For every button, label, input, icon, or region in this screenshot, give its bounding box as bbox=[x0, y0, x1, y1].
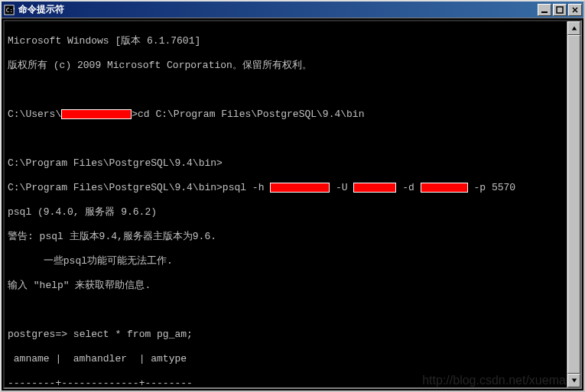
output-line: psql (9.4.0, 服务器 9.6.2) bbox=[8, 206, 564, 219]
cmd-icon: C:\ bbox=[3, 4, 15, 16]
vertical-scrollbar[interactable] bbox=[567, 21, 580, 387]
cmd-text: -d bbox=[396, 182, 420, 193]
table-sep: --------+-------------+-------- bbox=[8, 377, 564, 387]
redacted-db bbox=[421, 183, 468, 193]
redacted-user bbox=[353, 183, 396, 193]
output-line: 输入 "help" 来获取帮助信息. bbox=[8, 280, 564, 292]
svg-marker-7 bbox=[571, 379, 576, 383]
maximize-button[interactable] bbox=[553, 4, 567, 16]
window-controls bbox=[538, 4, 582, 16]
scrollbar-track[interactable] bbox=[567, 35, 580, 374]
output-line bbox=[8, 84, 564, 96]
output-line bbox=[8, 304, 564, 316]
scroll-down-button[interactable] bbox=[567, 374, 580, 387]
cmd-text: C:\Program Files\PostgreSQL\9.4\bin>psql… bbox=[8, 182, 270, 193]
prompt-text: C:\Users\ bbox=[8, 109, 61, 120]
svg-rect-3 bbox=[557, 7, 563, 13]
output-line bbox=[8, 133, 564, 145]
output-line: Microsoft Windows [版本 6.1.7601] bbox=[8, 35, 564, 47]
redacted-username bbox=[61, 109, 132, 119]
output-line: 版权所有 (c) 2009 Microsoft Corporation。保留所有… bbox=[8, 60, 564, 72]
cmd-text: -U bbox=[330, 182, 353, 193]
scroll-up-button[interactable] bbox=[567, 21, 580, 35]
table-header: amname | amhandler | amtype bbox=[8, 353, 564, 365]
command-prompt-window: C:\ 命令提示符 Microsoft Windows [版本 6.1.7601… bbox=[0, 0, 585, 392]
output-line: C:\Program Files\PostgreSQL\9.4\bin>psql… bbox=[8, 182, 564, 194]
terminal-output[interactable]: Microsoft Windows [版本 6.1.7601] 版权所有 (c)… bbox=[5, 21, 567, 387]
cmd-text: -p 5570 bbox=[468, 182, 515, 193]
output-line: C:\Users\>cd C:\Program Files\PostgreSQL… bbox=[8, 109, 564, 121]
close-button[interactable] bbox=[568, 4, 582, 16]
output-line: postgres=> select * from pg_am; bbox=[8, 329, 564, 341]
minimize-button[interactable] bbox=[538, 4, 551, 16]
output-line: C:\Program Files\PostgreSQL\9.4\bin> bbox=[8, 157, 564, 170]
titlebar[interactable]: C:\ 命令提示符 bbox=[2, 2, 583, 18]
redacted-host bbox=[270, 183, 330, 193]
scrollbar-thumb[interactable] bbox=[567, 35, 580, 374]
cmd-text: >cd C:\Program Files\PostgreSQL\9.4\bin bbox=[132, 109, 364, 120]
terminal-container: Microsoft Windows [版本 6.1.7601] 版权所有 (c)… bbox=[3, 20, 582, 389]
output-line: 警告: psql 主版本9.4,服务器主版本为9.6. bbox=[8, 231, 564, 243]
sql-cmd: select * from pg_am; bbox=[73, 329, 193, 340]
svg-text:C:\: C:\ bbox=[6, 6, 15, 13]
svg-rect-2 bbox=[541, 11, 548, 13]
output-line: 一些psql功能可能无法工作. bbox=[8, 255, 564, 267]
pg-prompt: postgres=> bbox=[8, 329, 73, 340]
window-title: 命令提示符 bbox=[18, 3, 538, 16]
svg-marker-6 bbox=[571, 27, 576, 31]
